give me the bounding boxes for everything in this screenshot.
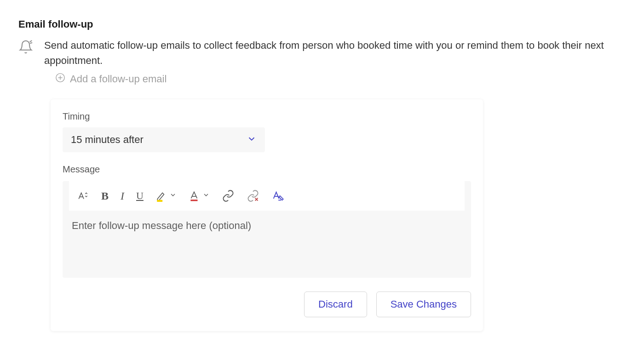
plus-circle-icon [55, 73, 65, 86]
clear-formatting-button[interactable] [271, 189, 284, 202]
message-input[interactable]: Enter follow-up message here (optional) [63, 211, 471, 278]
underline-button[interactable]: U [136, 190, 144, 202]
button-row: Discard Save Changes [63, 292, 471, 317]
header-row: Send automatic follow-up emails to colle… [18, 38, 626, 68]
add-followup-label: Add a follow-up email [70, 73, 167, 85]
font-size-button[interactable] [77, 190, 89, 202]
discard-button[interactable]: Discard [304, 292, 367, 317]
timing-label: Timing [63, 111, 471, 122]
italic-button[interactable]: I [121, 190, 124, 202]
chevron-down-icon [247, 134, 257, 146]
chevron-down-icon [202, 191, 210, 200]
section-title: Email follow-up [18, 18, 626, 30]
section-description: Send automatic follow-up emails to colle… [44, 38, 624, 68]
message-label: Message [63, 164, 471, 175]
editor-toolbar: B I U [69, 181, 465, 211]
chevron-down-icon [169, 191, 177, 200]
bold-button[interactable]: B [101, 190, 109, 202]
link-button[interactable] [222, 189, 235, 202]
timing-value: 15 minutes after [71, 134, 144, 146]
editor-area: B I U [63, 181, 471, 278]
unlink-button[interactable] [247, 189, 259, 202]
add-followup-button[interactable]: Add a follow-up email [55, 73, 626, 86]
followup-card: Timing 15 minutes after Message [51, 99, 483, 331]
page-container: Email follow-up Send automatic follow-up… [18, 18, 626, 331]
save-button[interactable]: Save Changes [376, 292, 471, 317]
bell-icon [18, 40, 33, 56]
font-color-button[interactable] [189, 190, 210, 202]
timing-dropdown[interactable]: 15 minutes after [63, 127, 265, 152]
highlight-color-button[interactable] [155, 190, 177, 202]
